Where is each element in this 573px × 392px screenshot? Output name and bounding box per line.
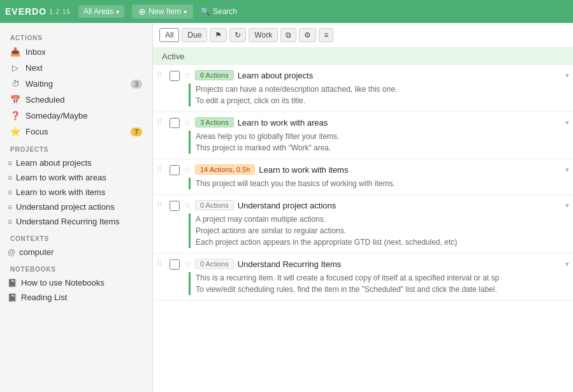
- sidebar-item-label: Focus: [25, 127, 126, 136]
- new-item-chevron-icon: ▾: [184, 8, 187, 15]
- filter-list-button[interactable]: ≡: [319, 28, 333, 42]
- project-label: Learn about projects: [16, 158, 92, 168]
- sidebar-item-someday[interactable]: ❓ Someday/Maybe: [0, 108, 152, 124]
- filter-copy-button[interactable]: ⧉: [280, 28, 296, 42]
- notebook-icon: 📓: [8, 293, 17, 302]
- project-icon: ≡: [8, 217, 12, 226]
- project-chevron-3[interactable]: ▾: [565, 166, 569, 174]
- star-button-3[interactable]: ☆: [182, 164, 192, 175]
- drag-handle[interactable]: ⠿: [157, 164, 167, 173]
- project-chevron-2[interactable]: ▾: [565, 119, 569, 127]
- sidebar-item-inbox[interactable]: 📥 Inbox: [0, 44, 152, 60]
- new-item-button[interactable]: ⊕ New Item ▾: [132, 4, 193, 18]
- actions-section-title: ACTIONS: [0, 28, 152, 44]
- search-button[interactable]: 🔍 Search: [201, 7, 237, 16]
- filter-settings-button[interactable]: ⚙: [299, 28, 316, 42]
- project-title-row-2: 3 Actions Learn to work with areas ▾: [195, 117, 569, 127]
- focus-icon: ⭐: [10, 127, 20, 136]
- sidebar-item-label: Someday/Maybe: [25, 111, 142, 120]
- areas-dropdown-button[interactable]: All Areas ▾: [78, 5, 124, 18]
- project-badge-2[interactable]: 3 Actions: [195, 117, 234, 127]
- project-description-2: Areas help you to globally filter your i…: [189, 131, 573, 154]
- sidebar-notebook-1[interactable]: 📓 How to use Notebooks: [0, 275, 152, 290]
- top-navigation: EVERDO 1.2.16 All Areas ▾ ⊕ New Item ▾ 🔍…: [0, 0, 573, 23]
- filter-bar: All Due ⚑ ↻ Work ⧉ ⚙ ≡: [153, 23, 573, 48]
- project-description-5: This is a recurring item. It will create…: [189, 272, 573, 295]
- project-title-row-4: 0 Actions Understand project actions ▾: [195, 200, 569, 210]
- filter-all-button[interactable]: All: [159, 28, 179, 42]
- project-checkbox-5[interactable]: [170, 259, 180, 270]
- project-row-3: ⠿ ☆ 14 Actions, 0.5h Learn to work with …: [153, 159, 573, 195]
- projects-section-title: PROJECTS: [0, 140, 152, 156]
- project-icon: ≡: [8, 188, 12, 197]
- project-checkbox-1[interactable]: [170, 71, 180, 81]
- project-badge-3[interactable]: 14 Actions, 0.5h: [195, 164, 255, 175]
- project-title-5[interactable]: Understand Recurring Items: [238, 259, 562, 269]
- sidebar-project-5[interactable]: ≡ Understand Recurring Items: [0, 214, 152, 229]
- star-button-5[interactable]: ☆: [182, 259, 192, 269]
- sidebar-notebook-2[interactable]: 📓 Reading List: [0, 290, 152, 305]
- project-badge-5[interactable]: 0 Actions: [195, 259, 234, 269]
- search-label: Search: [213, 7, 237, 16]
- main-layout: ACTIONS 📥 Inbox ▷ Next ⏱ Waiting 3 📅 Sch…: [0, 23, 573, 392]
- drag-handle[interactable]: ⠿: [157, 259, 167, 268]
- star-button-2[interactable]: ☆: [182, 117, 192, 127]
- drag-handle[interactable]: ⠿: [157, 70, 167, 79]
- star-button-1[interactable]: ☆: [182, 70, 192, 80]
- new-item-label: New Item: [149, 7, 181, 16]
- project-title-3[interactable]: Learn to work with items: [259, 165, 562, 175]
- filter-due-button[interactable]: Due: [182, 28, 207, 42]
- filter-flag-button[interactable]: ⚑: [210, 28, 227, 42]
- project-description-1: Projects can have a note/description att…: [189, 83, 573, 106]
- project-description-4: A project may contain multiple actions. …: [189, 214, 573, 248]
- search-icon: 🔍: [201, 7, 210, 16]
- sidebar-item-waiting[interactable]: ⏱ Waiting 3: [0, 76, 152, 92]
- scheduled-icon: 📅: [10, 95, 20, 105]
- sidebar-item-next[interactable]: ▷ Next: [0, 60, 152, 76]
- project-icon: ≡: [8, 159, 12, 168]
- project-label: Learn to work with items: [16, 187, 105, 197]
- project-checkbox-4[interactable]: [170, 201, 180, 211]
- project-icon: ≡: [8, 173, 12, 182]
- project-label: Understand Recurring Items: [16, 217, 120, 226]
- sidebar-context-computer[interactable]: @ computer: [0, 245, 152, 259]
- project-title-4[interactable]: Understand project actions: [238, 201, 562, 210]
- sidebar-item-focus[interactable]: ⭐ Focus 7: [0, 124, 152, 140]
- project-main-2: ⠿ ☆ 3 Actions Learn to work with areas ▾: [153, 112, 573, 131]
- drag-handle[interactable]: ⠿: [157, 117, 167, 126]
- project-badge-1[interactable]: 6 Actions: [195, 70, 234, 80]
- app-version: 1.2.16: [49, 8, 71, 15]
- drag-handle[interactable]: ⠿: [157, 200, 167, 209]
- project-checkbox-3[interactable]: [170, 165, 180, 175]
- project-chevron-4[interactable]: ▾: [565, 201, 569, 210]
- notebook-label: How to use Notebooks: [21, 278, 105, 287]
- project-main-1: ⠿ ☆ 6 Actions Learn about projects ▾: [153, 65, 573, 83]
- project-row-5: ⠿ ☆ 0 Actions Understand Recurring Items…: [153, 254, 573, 301]
- star-button-4[interactable]: ☆: [182, 200, 192, 210]
- inbox-icon: 📥: [10, 47, 20, 57]
- project-title-2[interactable]: Learn to work with areas: [238, 118, 562, 127]
- project-title-row-5: 0 Actions Understand Recurring Items ▾: [195, 259, 569, 269]
- sidebar-item-label: Next: [25, 63, 142, 73]
- project-badge-4[interactable]: 0 Actions: [195, 200, 234, 210]
- project-main-5: ⠿ ☆ 0 Actions Understand Recurring Items…: [153, 254, 573, 272]
- sidebar-item-scheduled[interactable]: 📅 Scheduled: [0, 92, 152, 108]
- sidebar-project-2[interactable]: ≡ Learn to work with areas: [0, 170, 152, 185]
- project-main-4: ⠿ ☆ 0 Actions Understand project actions…: [153, 195, 573, 214]
- project-chevron-1[interactable]: ▾: [565, 71, 569, 80]
- sidebar-project-1[interactable]: ≡ Learn about projects: [0, 156, 152, 170]
- context-icon: @: [8, 248, 15, 257]
- sidebar-project-4[interactable]: ≡ Understand project actions: [0, 200, 152, 214]
- project-title-row-1: 6 Actions Learn about projects ▾: [195, 70, 569, 80]
- filter-repeat-button[interactable]: ↻: [229, 28, 246, 42]
- project-chevron-5[interactable]: ▾: [565, 260, 569, 268]
- next-icon: ▷: [10, 63, 20, 73]
- contexts-section-title: CONTEXTS: [0, 229, 152, 245]
- project-main-3: ⠿ ☆ 14 Actions, 0.5h Learn to work with …: [153, 159, 573, 178]
- sidebar-project-3[interactable]: ≡ Learn to work with items: [0, 185, 152, 200]
- filter-work-button[interactable]: Work: [249, 28, 278, 42]
- content-area: All Due ⚑ ↻ Work ⧉ ⚙ ≡ Active ⠿ ☆ 6 Acti…: [153, 23, 573, 392]
- project-title-1[interactable]: Learn about projects: [238, 71, 562, 80]
- sidebar-item-label: Scheduled: [25, 95, 142, 105]
- project-checkbox-2[interactable]: [170, 118, 180, 128]
